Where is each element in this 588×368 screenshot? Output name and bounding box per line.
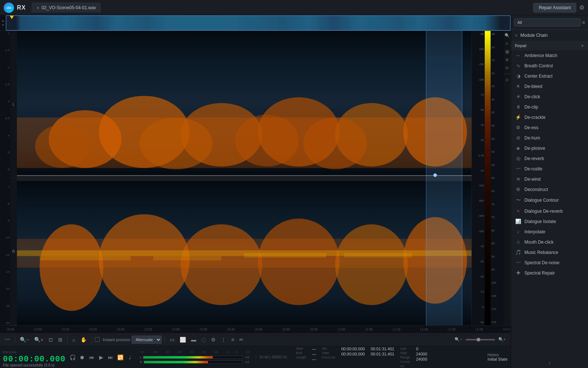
- view-start-col: 00:00:00.000 00:00:00.000: [341, 347, 365, 368]
- module-chain-row[interactable]: ≡ Module Chain: [511, 30, 588, 41]
- waveform-icon[interactable]: ≡: [504, 40, 510, 46]
- metronome-btn[interactable]: ♩: [126, 353, 134, 361]
- nav-down-icon[interactable]: ▼: [1, 23, 4, 27]
- module-item-mouth-de-click[interactable]: ♫ Mouth De-click: [511, 237, 588, 247]
- panel-menu-btn[interactable]: ≡: [582, 20, 585, 25]
- de-reverb-label: De-reverb: [524, 156, 544, 161]
- module-item-de-plosive[interactable]: ◈ De-plosive: [511, 143, 588, 153]
- module-item-de-wind[interactable]: ≋ De-wind: [511, 174, 588, 184]
- module-item-de-crackle[interactable]: ⚡ De-crackle: [511, 112, 588, 123]
- de-rustle-icon: 〰: [515, 166, 521, 171]
- zoom-out-h-btn[interactable]: 🔍−: [453, 336, 464, 343]
- zoom-selection-btn[interactable]: ⊞: [56, 336, 64, 344]
- time-counter: 00:00:00.000: [3, 355, 65, 364]
- nav-up-icon[interactable]: ▲: [1, 19, 4, 23]
- zoom-slider[interactable]: [466, 339, 495, 340]
- module-item-breath-control[interactable]: ∿ Breath Control: [511, 61, 588, 71]
- length-label: Length: [296, 355, 306, 359]
- instant-process-label: Instant process: [103, 337, 130, 342]
- de-hum-label: De-hum: [524, 135, 540, 141]
- db-label-1: -1: [1, 32, 10, 35]
- waveform-view-btn[interactable]: 〰: [3, 336, 12, 344]
- cb-label-db: dB: [491, 32, 503, 36]
- module-item-interpolate[interactable]: ♪ Interpolate: [511, 227, 588, 237]
- high-label: High: [400, 351, 410, 355]
- zoom-out-freq-icon[interactable]: ⊖: [504, 65, 510, 71]
- select-harmonic-btn[interactable]: ⋮: [219, 336, 228, 344]
- zoom-in-btn[interactable]: 🔍+: [32, 336, 45, 344]
- bars-icon[interactable]: ▦: [504, 49, 510, 54]
- module-item-spectral-repair[interactable]: ✚ Spectral Repair: [511, 268, 588, 278]
- colorbar: [485, 31, 491, 325]
- meter-L-value: -Inf.: [244, 355, 250, 359]
- time-30: 0:30: [172, 328, 200, 331]
- tab-close-icon[interactable]: ✕: [36, 6, 39, 10]
- skip-fwd-btn[interactable]: ⏭: [107, 353, 115, 361]
- select-brush-btn[interactable]: ≡: [229, 336, 236, 344]
- module-item-dialogue-isolate[interactable]: 📊 Dialogue Isolate: [511, 216, 588, 227]
- dbr-12: -500: [473, 199, 484, 202]
- module-item-de-ess[interactable]: ⚙ De-ess: [511, 123, 588, 133]
- select-lasso-btn[interactable]: ◌: [200, 336, 208, 344]
- skip-back-btn[interactable]: ⏮: [87, 353, 96, 361]
- de-crackle-icon: ⚡: [515, 114, 521, 120]
- category-row[interactable]: Repair ▼: [511, 41, 588, 50]
- time-0: 0:00: [7, 328, 34, 331]
- db-label-7: -4: [1, 134, 10, 137]
- headphones-btn[interactable]: 🎧: [68, 353, 76, 361]
- select-magic-btn[interactable]: ⚙: [209, 336, 218, 344]
- module-item-de-clip[interactable]: ⏸ De-clip: [511, 102, 588, 112]
- play-btn[interactable]: ▶: [97, 353, 105, 361]
- zoom-out-btn[interactable]: 🔍−: [18, 336, 31, 344]
- module-item-deconstruct[interactable]: ⚙ Deconstruct: [511, 184, 588, 195]
- time-unit-label: h:m:s: [503, 328, 510, 331]
- range-label: Range: [400, 355, 410, 359]
- db-label-9: -6: [1, 168, 10, 171]
- loop-btn[interactable]: 🔁: [116, 353, 124, 361]
- zoom-in-h-btn[interactable]: 🔍+: [496, 336, 508, 343]
- select-freq-btn[interactable]: ▬: [189, 336, 198, 344]
- tools-sidebar-right: 🔍 ≡ ▦ ⊕ ⊖ ⊙: [504, 31, 510, 325]
- settings-icon-button[interactable]: ⚙: [579, 4, 584, 11]
- module-item-center-extract[interactable]: ◑ Center Extract: [511, 71, 588, 81]
- spectrogram-main[interactable]: [17, 31, 472, 325]
- magnify-btn[interactable]: ⌕: [71, 336, 77, 344]
- radio-dot-icon[interactable]: ⊙: [504, 77, 510, 83]
- process-mode-dropdown[interactable]: Attenuate Replace: [132, 336, 162, 344]
- cb-60: 60: [491, 176, 503, 180]
- repair-assistant-button[interactable]: Repair Assistant: [533, 3, 576, 13]
- module-item-dialogue-contour[interactable]: 〜 Dialogue Contour: [511, 195, 588, 206]
- selection-end-handle[interactable]: [433, 173, 437, 177]
- cb-85: 85: [491, 242, 503, 245]
- module-item-music-rebalance[interactable]: 🎵 Music Rebalance: [511, 247, 588, 258]
- time-format-label: h:m:s.ms: [3, 350, 65, 354]
- channel-divider: [17, 175, 472, 176]
- record-btn[interactable]: ⏺: [78, 353, 86, 361]
- module-item-spectral-de-noise[interactable]: 〰 Spectral De-noise: [511, 258, 588, 268]
- zoom-in-freq-icon[interactable]: ⊕: [504, 57, 510, 63]
- module-item-de-rustle[interactable]: 〰 De-rustle: [511, 164, 588, 174]
- file-tab[interactable]: ✕ 02_VO-Scene05-04-01.wav: [32, 3, 101, 13]
- level-meters: -Inf.-60-50-40-30-20-10-30-Inf L -Inf. R…: [140, 350, 250, 364]
- select-time-btn[interactable]: ⬜: [178, 336, 188, 344]
- pencil-btn[interactable]: ✏: [237, 336, 245, 344]
- module-item-ambience-match[interactable]: ↔ Ambience Match: [511, 50, 588, 61]
- module-item-de-bleed[interactable]: ☀ De-bleed: [511, 81, 588, 92]
- module-item-dialogue-de-reverb[interactable]: ≈ Dialogue De-reverb: [511, 206, 588, 216]
- selection-highlight: [426, 31, 462, 325]
- spectral-de-noise-label: Spectral De-noise: [524, 260, 559, 265]
- db-label-6: -3.5: [1, 117, 10, 120]
- module-item-de-reverb[interactable]: ◎ De-reverb: [511, 153, 588, 164]
- zoom-fit-btn[interactable]: ⊡: [47, 336, 55, 344]
- expand-panel-btn[interactable]: ›: [549, 360, 551, 366]
- instant-process-checkbox[interactable]: [95, 337, 100, 342]
- hand-btn[interactable]: ✋: [79, 336, 89, 344]
- zoom-in-icon[interactable]: 🔍: [504, 32, 510, 38]
- overview-canvas[interactable]: [6, 15, 510, 31]
- module-item-de-hum[interactable]: ⊘ De-hum: [511, 133, 588, 143]
- de-ess-icon: ⚙: [515, 125, 521, 130]
- de-click-label: De-click: [524, 94, 540, 99]
- module-item-de-click[interactable]: ✳ De-click: [511, 92, 588, 102]
- select-rect-btn[interactable]: ▭: [168, 336, 176, 344]
- module-filter-dropdown[interactable]: All Repair Enhance Utility: [514, 18, 581, 26]
